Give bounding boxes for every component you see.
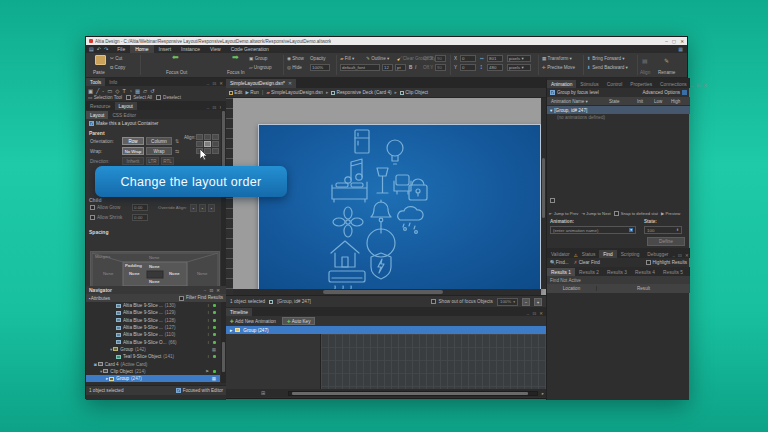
breadcrumb-clip-object[interactable]: Clip Object (400, 90, 428, 95)
tab-find[interactable]: Find (599, 250, 616, 258)
align-cell[interactable] (196, 134, 203, 140)
allow-shrink-checkbox[interactable]: Allow Shrink (90, 215, 122, 220)
tab-animation[interactable]: Animation (547, 80, 576, 88)
group-by-focus-checkbox[interactable]: ✓Group by focus level (550, 90, 599, 95)
transform-dropdown[interactable]: ▦ Transform ▾ (542, 56, 572, 61)
height-input[interactable]: 480 (487, 64, 503, 71)
direction-inherit-button[interactable]: Inherit (122, 157, 144, 165)
auto-key-button[interactable]: ✚ Auto Key (282, 317, 316, 325)
poly-tool-icon[interactable]: ▱ (143, 88, 147, 94)
allow-grow-input[interactable]: 0.00 (132, 204, 148, 211)
collapse-arrow-icon[interactable]: ▾ (100, 369, 102, 374)
theme-icon[interactable]: ▦ (678, 46, 683, 52)
panel-window-buttons[interactable]: – ⊡ ✕ (204, 288, 223, 293)
breadcrumb-design[interactable]: ▰ SimpleLayoutDesign.dsn (266, 90, 323, 95)
text-tool-icon[interactable]: T (122, 88, 125, 94)
lock-marker-icon[interactable]: I (208, 340, 209, 345)
close-tab-icon[interactable]: ✕ (288, 81, 292, 86)
visibility-flag-icon[interactable] (213, 370, 216, 373)
units-height-dropdown[interactable]: pixels ▾ (507, 64, 531, 71)
direction-ltr-button[interactable]: LTR (146, 157, 159, 165)
tree-item[interactable]: ◙Card 4(Active Card) (86, 360, 220, 367)
override-align-button[interactable]: ▪ (199, 204, 206, 212)
tree-item[interactable]: ▾Clip Object(214)⚑ (86, 368, 220, 375)
visibility-flag-icon[interactable] (213, 355, 216, 358)
define-button[interactable]: Define (647, 237, 685, 246)
tab-layout-inner[interactable]: Layout (86, 111, 108, 119)
tab-layout[interactable]: Layout (115, 102, 137, 110)
paste-icon[interactable] (95, 55, 106, 65)
col-animation-name[interactable]: Animation Name ▾ (547, 99, 609, 104)
send-backward-dropdown[interactable]: ⬇ Send Backward ▾ (587, 65, 628, 70)
tree-item-selected[interactable]: ▸Group(247)▦ (86, 375, 220, 382)
focus-out-button[interactable]: Focus Out (166, 70, 187, 75)
tab-resource[interactable]: Resource (86, 102, 115, 110)
tree-item[interactable]: Altia Blue 9-Slice ...(130)I (86, 302, 220, 309)
outline-dropdown[interactable]: ✎ Outline ▾ (366, 56, 389, 61)
rename-icon[interactable]: ✎ (664, 57, 669, 64)
col-state[interactable]: State (609, 99, 637, 104)
show-button[interactable]: ◉ Show (287, 56, 304, 61)
animation-name-dropdown[interactable]: (enter animation name)▾ (550, 226, 636, 234)
collapse-arrow-icon[interactable]: ◙ (94, 362, 97, 367)
col-init[interactable]: Init (637, 99, 654, 104)
timeline-track-area[interactable] (321, 334, 546, 389)
focused-with-editor-checkbox[interactable]: ✓Focused with Editor (176, 388, 223, 393)
pin-marker-icon[interactable]: ⚑ (205, 369, 209, 374)
filter-find-results-checkbox[interactable]: Filter Find Results (179, 295, 223, 300)
wrap-swap-icon[interactable]: ⇆ (175, 148, 179, 154)
direction-rtl-button[interactable]: RTL (161, 157, 174, 165)
select-tool-icon[interactable]: ▣ (88, 88, 93, 94)
font-unit-dropdown[interactable]: pt (395, 64, 406, 71)
rename-button[interactable]: Rename (658, 70, 675, 75)
lock-marker-icon[interactable]: I (208, 310, 209, 315)
font-name-dropdown[interactable]: default_font (340, 64, 380, 71)
menu-code-generation[interactable]: Code Generation (226, 45, 274, 53)
menu-home[interactable]: Home (130, 45, 153, 53)
align-button[interactable]: Align (640, 70, 650, 75)
focus-out-icon[interactable]: ⬅ (172, 53, 179, 62)
visibility-flag-icon[interactable] (213, 319, 216, 322)
scroll-right-icon[interactable]: ▸ (542, 391, 544, 396)
state-input[interactable]: 100⬍ (644, 226, 682, 234)
tab-debugger[interactable]: Debugger (643, 250, 672, 258)
x-input[interactable]: 0 (460, 55, 476, 62)
italic-button[interactable]: I (415, 65, 416, 70)
align-icon[interactable]: ▤ (642, 57, 648, 64)
menu-view[interactable]: View (205, 45, 226, 53)
wrap-nowrap-button[interactable]: No Wrap (122, 147, 144, 155)
polyline-tool-icon[interactable]: - (102, 88, 104, 94)
show-out-of-focus-checkbox[interactable]: Show out of focus Objects (431, 299, 492, 304)
ungroup-button[interactable]: ▱ Ungroup (249, 65, 271, 70)
collapse-arrow-icon[interactable]: ▸ (106, 376, 108, 381)
bold-button[interactable]: B (409, 65, 412, 70)
tab-results-4[interactable]: Results 4 (631, 268, 659, 276)
align-cell[interactable] (212, 134, 219, 140)
undo-icon[interactable]: ↶ (97, 46, 101, 52)
jump-to-prev-button[interactable]: ⇤ Jump to Prev (549, 211, 578, 216)
rect-tool-icon[interactable]: ▭ (107, 88, 112, 94)
zoom-in-button[interactable]: + (534, 298, 542, 306)
allow-grow-checkbox[interactable]: Allow Grow (90, 205, 120, 210)
tab-timeline[interactable]: Timeline (226, 308, 252, 316)
zoom-out-button[interactable]: − (522, 298, 530, 306)
line-tool-icon[interactable]: ╱ (96, 88, 99, 94)
jump-to-next-button[interactable]: ⇥ Jump to Next (581, 211, 610, 216)
orientation-row-button[interactable]: Row (122, 137, 144, 145)
collapse-arrow-icon[interactable]: ▸ (230, 328, 232, 333)
paste-button[interactable]: Paste (93, 70, 105, 75)
col-result[interactable]: Result (597, 286, 690, 291)
focus-in-button[interactable]: Focus In (227, 70, 245, 75)
units-width-dropdown[interactable]: pixels ▾ (507, 55, 531, 62)
add-new-animation-button[interactable]: ✚ Add New Animation (230, 319, 276, 324)
col-high[interactable]: High (671, 99, 688, 104)
tab-results-5[interactable]: Results 5 (659, 268, 687, 276)
tree-item[interactable]: ▾Group(142)▦ (86, 346, 220, 353)
advanced-options-link[interactable]: Advanced Options (642, 90, 680, 95)
highlight-results-checkbox[interactable]: Highlight Results (646, 260, 687, 265)
collapse-arrow-icon[interactable]: ▾ (110, 347, 112, 352)
y-input[interactable]: 0 (460, 64, 476, 71)
timeline-grid[interactable] (226, 334, 546, 389)
timeline-group-row[interactable]: ▸ Group (247) (226, 326, 546, 334)
hide-button[interactable]: ◎ Hide (287, 65, 302, 70)
